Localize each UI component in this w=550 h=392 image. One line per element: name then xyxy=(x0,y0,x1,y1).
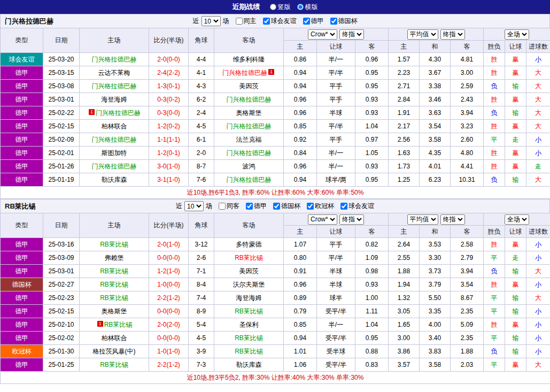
team-name-link[interactable]: RB莱比锡 xyxy=(100,241,128,248)
team-name-link[interactable]: 门兴格拉德巴赫 xyxy=(227,176,272,183)
score-halftime[interactable]: 2-4(2-2) xyxy=(149,66,189,80)
score-halftime[interactable]: 2-0(0-0) xyxy=(149,53,189,66)
score-halftime[interactable]: 1-0(1-0) xyxy=(149,345,189,358)
filter-checkbox-input[interactable] xyxy=(263,18,270,25)
layout-radio[interactable] xyxy=(297,4,304,10)
score-halftime[interactable]: 2-2(1-2) xyxy=(149,291,189,305)
team-name-link[interactable]: 斯图加特 xyxy=(102,149,127,157)
filter-checkbox-input[interactable] xyxy=(236,18,243,25)
filter-checkbox-input[interactable] xyxy=(330,18,337,25)
odds-away: 0.93 xyxy=(355,93,389,106)
team-name-link[interactable]: 门兴格拉德巴赫 xyxy=(92,136,137,143)
odds-source-header: Crow*终指 xyxy=(284,28,389,41)
avg-away: 2.59 xyxy=(451,80,484,93)
odds-company-select[interactable]: Crow* xyxy=(308,29,337,40)
score-halftime[interactable]: 2-2(1-2) xyxy=(149,358,189,372)
full-match-select[interactable]: 全场 xyxy=(505,214,529,225)
team-name-link[interactable]: 柏林联合 xyxy=(102,334,127,342)
match-count-select[interactable]: 10 xyxy=(184,201,204,211)
team-name-link[interactable]: 美因茨 xyxy=(239,267,259,275)
team-name-link[interactable]: 沃尔夫斯堡 xyxy=(233,281,265,288)
score-halftime[interactable]: 1-2(1-0) xyxy=(149,265,189,278)
score-halftime[interactable]: 3-1(1-0) xyxy=(149,173,189,187)
score-halftime[interactable]: 1-2(0-2) xyxy=(149,120,189,133)
team-name-link[interactable]: 海登海姆 xyxy=(102,96,127,103)
filter-checkbox[interactable]: 欧冠杯 xyxy=(307,202,334,211)
avg-final-select[interactable]: 终指 xyxy=(440,29,465,40)
result-goals: 小 xyxy=(526,305,550,318)
filter-checkbox[interactable]: 德国杯 xyxy=(330,17,358,26)
team-name-link[interactable]: 门兴格拉德巴赫 xyxy=(92,163,137,170)
filter-checkbox-input[interactable] xyxy=(340,203,347,210)
team-name-link[interactable]: 勒沃库森 xyxy=(102,176,127,183)
team-name-link[interactable]: 门兴格拉德巴赫 xyxy=(92,82,137,90)
team-name-link[interactable]: 门兴格拉德巴赫 xyxy=(92,56,137,63)
team-name-link[interactable]: 法兰克福 xyxy=(236,136,262,143)
team-name-link[interactable]: RB莱比锡 xyxy=(100,294,128,302)
team-name-link[interactable]: RB莱比锡 xyxy=(235,348,263,355)
team-name-link[interactable]: 勒沃库森 xyxy=(236,361,262,368)
team-name-link[interactable]: 门兴格拉德巴赫 xyxy=(227,149,272,157)
odds-away: 1.04 xyxy=(355,318,389,332)
team-name-link[interactable]: RB莱比锡 xyxy=(100,281,128,288)
team-name-link[interactable]: RB莱比锡 xyxy=(100,267,128,275)
score-halftime[interactable]: 3-0(1-0) xyxy=(149,160,189,173)
team-name-link[interactable]: 奥格斯堡 xyxy=(102,308,127,315)
team-name-link[interactable]: RB莱比锡 xyxy=(235,308,263,315)
filter-checkbox[interactable]: 同客 xyxy=(219,202,239,211)
team-name-link[interactable]: 奥格斯堡 xyxy=(236,109,262,117)
score-halftime[interactable]: 2-0(2-0) xyxy=(149,318,189,332)
layout-option-vertical[interactable]: 竖版 xyxy=(270,3,291,12)
score-halftime[interactable]: 0-3(0-0) xyxy=(149,106,189,120)
filter-checkbox[interactable]: 球会友谊 xyxy=(340,202,374,211)
filter-checkbox-input[interactable] xyxy=(273,203,280,210)
odds-home: 0.96 xyxy=(284,106,317,120)
team-name-link[interactable]: 门兴格拉德巴赫 xyxy=(222,69,267,76)
score-halftime[interactable]: 0-0(0-0) xyxy=(149,305,189,318)
layout-radio[interactable] xyxy=(270,4,276,10)
odds-company-select[interactable]: Crow* xyxy=(308,214,337,225)
team-name-link[interactable]: 美因茨 xyxy=(239,82,259,90)
avg-company-select[interactable]: 平均值 xyxy=(407,214,438,225)
filter-checkbox[interactable]: 德甲 xyxy=(303,17,324,26)
team-name-link[interactable]: 圣保利 xyxy=(239,321,259,328)
team-name-link[interactable]: 波鸿 xyxy=(243,163,255,170)
score-halftime[interactable]: 0-0(0-0) xyxy=(149,251,189,265)
match-count-select[interactable]: 10 xyxy=(202,16,221,26)
team-name-link[interactable]: 门兴格拉德巴赫 xyxy=(96,109,141,117)
filter-checkbox-input[interactable] xyxy=(307,203,314,210)
team-name-link[interactable]: 格拉茨风暴(中) xyxy=(93,348,136,355)
filter-checkbox-input[interactable] xyxy=(246,203,253,210)
score-halftime[interactable]: 0-0(0-0) xyxy=(149,332,189,345)
filter-checkbox-input[interactable] xyxy=(303,18,310,25)
team-name-link[interactable]: RB莱比锡 xyxy=(100,361,128,368)
avg-final-select[interactable]: 终指 xyxy=(440,214,465,225)
score-halftime[interactable]: 1-3(0-1) xyxy=(149,80,189,93)
layout-option-horizontal[interactable]: 横版 xyxy=(297,3,318,12)
team-name-link[interactable]: 维多利科隆 xyxy=(233,56,265,63)
team-name-link[interactable]: 门兴格拉德巴赫 xyxy=(227,96,272,103)
full-match-select[interactable]: 全场 xyxy=(505,29,529,40)
team-name-link[interactable]: 海登海姆 xyxy=(236,294,262,302)
team-name-link[interactable]: RB莱比锡 xyxy=(235,334,263,342)
score-halftime[interactable]: 2-0(1-0) xyxy=(149,238,189,251)
score-halftime[interactable]: 0-3(0-2) xyxy=(149,93,189,106)
filter-checkbox[interactable]: 德甲 xyxy=(246,202,267,211)
odds-final-select[interactable]: 终指 xyxy=(339,214,364,225)
score-halftime[interactable]: 1-1(1-1) xyxy=(149,133,189,147)
filter-checkbox[interactable]: 同主 xyxy=(236,17,257,26)
filter-checkbox[interactable]: 德国杯 xyxy=(273,202,300,211)
avg-company-select[interactable]: 平均值 xyxy=(407,29,438,40)
filter-checkbox[interactable]: 球会友谊 xyxy=(263,17,297,26)
team-name-link[interactable]: 柏林联合 xyxy=(102,122,127,130)
filter-checkbox-input[interactable] xyxy=(219,203,226,210)
team-name-link[interactable]: 云达不莱梅 xyxy=(98,69,130,76)
team-name-link[interactable]: RB莱比锡 xyxy=(235,254,263,262)
odds-final-select[interactable]: 终指 xyxy=(339,29,364,40)
team-name-link[interactable]: RB莱比锡 xyxy=(104,321,133,328)
team-name-link[interactable]: 弗赖堡 xyxy=(105,254,124,262)
team-name-link[interactable]: 多特蒙德 xyxy=(236,241,262,248)
score-halftime[interactable]: 1-2(0-1) xyxy=(149,147,189,160)
score-halftime[interactable]: 1-0(0-0) xyxy=(149,278,189,291)
team-name-link[interactable]: 门兴格拉德巴赫 xyxy=(227,122,272,130)
